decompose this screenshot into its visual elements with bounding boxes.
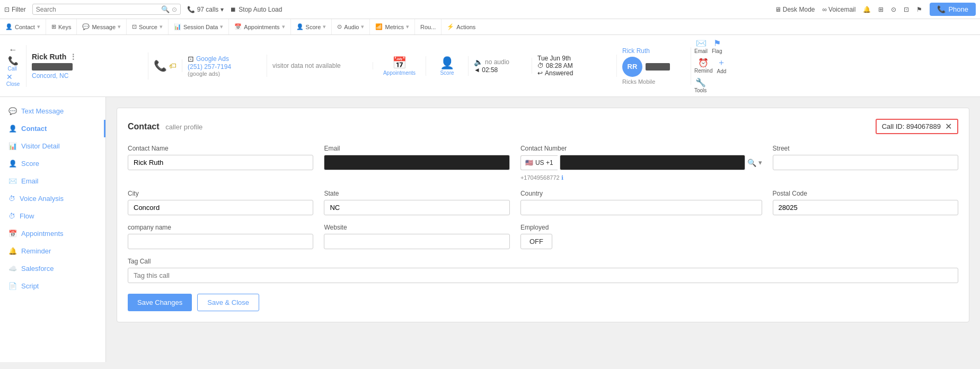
bell-icon-button[interactable]: 🔔 [863,6,871,13]
metrics-header-arrow: ▾ [406,23,409,30]
flag-action-button[interactable]: ⚑ Flag [712,38,722,54]
calls-dropdown-icon[interactable]: ▾ [220,6,224,13]
street-input[interactable] [773,155,958,170]
desk-mode-icon: 🖥 [775,6,781,13]
contact-name: Rick Ruth ⋮ [32,52,143,61]
email-input[interactable] [324,155,509,170]
state-input[interactable] [324,200,509,215]
call-id-text: Call ID: 894067889 [882,122,941,130]
col-header-appointments[interactable]: 📅 Appointments ▾ [229,19,290,34]
session-col: visitor data not available [267,62,373,69]
company-name-input[interactable] [128,234,313,249]
search-box[interactable]: 🔍 ⊙ [32,4,181,15]
sidebar-item-score[interactable]: 👤 Score [0,155,105,172]
form-title-area: Contact caller profile [128,122,202,131]
phone-button[interactable]: 📞 Phone [930,3,976,16]
agent-name: Rick Ruth [622,47,670,55]
employed-toggle[interactable]: OFF [520,234,552,249]
sidebar-item-reminder[interactable]: 🔔 Reminder [0,242,105,260]
contact-number-field: Contact Number 🇺🇸 US +1 🔍 ▾ +17049568772… [520,145,762,181]
session-data-text: visitor data not available [272,62,341,69]
save-close-button[interactable]: Save & Close [197,294,259,311]
lightning-icon: ⚡ [447,23,454,30]
appointments-header-label: Appointments [244,24,279,30]
remind-action-button[interactable]: ⏰ Remind [694,58,712,74]
agent-avatar-col: Rick Ruth RR Ricks Mobile [617,47,691,85]
sidebar-item-email[interactable]: ✉️ Email [0,172,105,190]
tag-call-input[interactable] [128,268,958,283]
col-header-session[interactable]: 📊 Session Data ▾ [169,19,229,34]
score-col[interactable]: 👤 Score [426,56,469,76]
content-panel: Contact caller profile Call ID: 89406788… [106,97,980,362]
phone-country-select[interactable]: 🇺🇸 US +1 [520,155,558,170]
answered-icon: ↩ [537,69,543,77]
stop-auto-load-button[interactable]: ⏹ Stop Auto Load [230,6,282,13]
agent-phone-redacted [646,63,670,71]
tools-action-button[interactable]: 🔧 Tools [694,77,707,93]
sidebar-item-visitor-detail[interactable]: 📊 Visitor Detail [0,137,105,155]
sidebar-item-appointments[interactable]: 📅 Appointments [0,225,105,242]
call-id-close-button[interactable]: ✕ [945,121,952,131]
back-arrow-button[interactable]: ← [9,45,17,55]
phone-number-input[interactable] [560,155,745,170]
email-action-button[interactable]: ✉️ Email [694,38,708,54]
audio-icon: 🔈 [474,58,483,66]
city-field: City [128,190,313,215]
metrics-header-icon: 📶 [375,23,383,30]
col-header-metrics[interactable]: 📶 Metrics ▾ [370,19,414,34]
employed-label: Employed [520,224,762,231]
source-type: (google ads) [188,71,261,77]
filter-button[interactable]: ⊡ Filter [4,6,26,13]
sidebar-item-script[interactable]: 📄 Script [0,277,105,295]
city-input[interactable] [128,200,313,215]
website-input[interactable] [324,234,509,249]
email-sidebar-icon: ✉️ [8,177,17,185]
more-options-icon[interactable]: ⋮ [69,52,77,61]
call-button[interactable]: 📞 Call [8,56,19,72]
sidebar-item-voice-analysis[interactable]: ⏱ Voice Analysis [0,190,105,207]
col-header-message[interactable]: 💬 Message ▾ [77,19,127,34]
appointments-sidebar-icon: 📅 [8,230,17,238]
salesforce-icon: ☁️ [8,265,17,273]
sidebar-item-text-message[interactable]: 💬 Text Message [0,102,105,120]
col-header-score[interactable]: 👤 Score ▾ [291,19,332,34]
visitor-detail-icon: 📊 [8,142,17,150]
col-header-actions[interactable]: ⚡ Actions [442,19,481,34]
call-id-badge: Call ID: 894067889 ✕ [876,119,958,134]
col-header-contact[interactable]: 👤 Contact ▾ [0,19,46,34]
audio-col: 🔈 no audio ◄ 02:58 [469,58,532,74]
save-changes-button[interactable]: Save Changes [128,294,192,311]
audio-header-label: Audio [344,24,359,30]
grid-icon-button[interactable]: ⊞ [878,6,884,13]
clock-icon-button[interactable]: ⊡ [904,6,909,13]
sidebar-item-contact[interactable]: 👤 Contact [0,120,105,137]
col-header-routing[interactable]: Rou... [415,19,442,34]
sidebar-item-flow[interactable]: ⏱ Flow [0,207,105,225]
user-circle-button[interactable]: ⊙ [891,6,896,13]
action-icons-col: ✉️ Email ⚑ Flag ⏰ Remind ＋ Add 🔧 Tools [691,38,744,93]
calls-count: 📞 97 calls ▾ [187,6,224,13]
agent-mobile-label: Ricks Mobile [622,78,670,85]
postal-code-input[interactable] [773,200,958,215]
contact-form-card: Contact caller profile Call ID: 89406788… [117,108,969,322]
add-action-button[interactable]: ＋ Add [717,57,726,74]
message-header-arrow: ▾ [118,23,121,30]
phone-chevron-icon[interactable]: ▾ [758,159,762,166]
close-button[interactable]: ✕ Close [6,73,20,87]
search-input[interactable] [36,6,159,13]
contact-header-arrow: ▾ [37,23,40,30]
voicemail-button[interactable]: ∞ Voicemail [822,6,855,13]
sidebar-item-salesforce[interactable]: ☁️ Salesforce [0,260,105,277]
contact-header-icon: 👤 [5,23,13,30]
contact-name-input[interactable] [128,155,313,170]
country-input[interactable] [520,200,762,215]
phone-search-icon[interactable]: 🔍 [747,159,756,167]
col-header-keys[interactable]: ⊞ Keys [46,19,77,34]
appointments-col[interactable]: 📅 Appointments [373,56,426,76]
flag-icon-button[interactable]: ⚑ [916,6,922,13]
col-header-audio[interactable]: ⊙ Audio ▾ [332,19,370,34]
audio-duration: ◄ 02:58 [474,66,526,74]
col-header-source[interactable]: ⊡ Source ▾ [127,19,169,34]
phone-group: 🇺🇸 US +1 🔍 ▾ [520,155,762,170]
desk-mode-button[interactable]: 🖥 Desk Mode [775,6,815,13]
